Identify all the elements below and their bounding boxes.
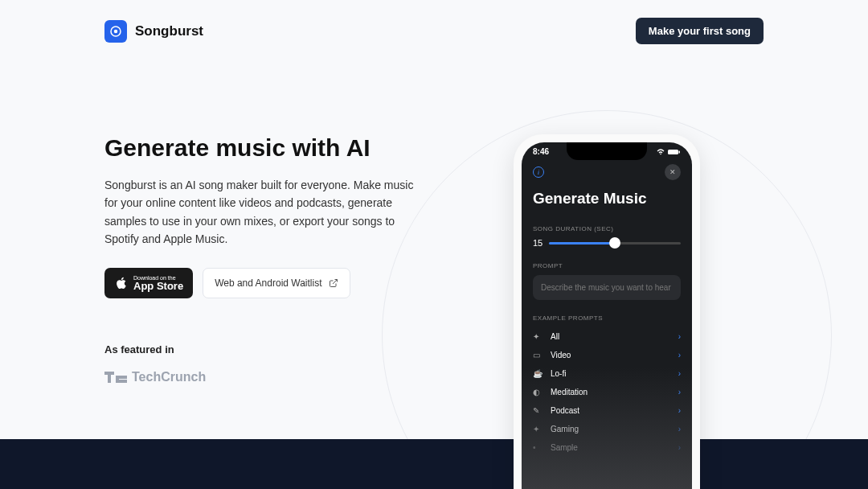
screen-body: i ✕ Generate Music SONG DURATION (SEC) 1… (522, 156, 692, 465)
chevron-right-icon: › (678, 406, 681, 415)
phone-screen: 8:46 i ✕ Generate Music SONG DURATION (S… (522, 142, 692, 489)
duration-label: SONG DURATION (SEC) (533, 225, 681, 232)
screen-title: Generate Music (533, 190, 681, 208)
example-row[interactable]: ✦All › (533, 327, 681, 346)
example-label: Video (551, 351, 571, 360)
video-icon: ▭ (533, 351, 542, 360)
duration-value: 15 (533, 238, 542, 248)
chevron-right-icon: › (678, 443, 681, 452)
prompt-label: PROMPT (533, 262, 681, 269)
example-row[interactable]: ☕Lo-fi › (533, 364, 681, 383)
battery-icon (668, 149, 681, 155)
svg-rect-3 (108, 372, 111, 383)
example-row[interactable]: ◐Meditation › (533, 383, 681, 401)
hero-left: Generate music with AI Songburst is an A… (104, 134, 418, 489)
external-link-icon (329, 278, 338, 288)
prompt-input[interactable]: Describe the music you want to hear (533, 275, 681, 300)
logo-icon (104, 20, 127, 43)
hero-description: Songburst is an AI song maker built for … (104, 176, 418, 249)
svg-rect-6 (116, 380, 127, 383)
example-label: Sample (551, 443, 578, 452)
bottom-bar (0, 439, 868, 489)
lofi-icon: ☕ (533, 369, 542, 378)
example-row[interactable]: ▭Video › (533, 346, 681, 364)
techcrunch-logo: TechCrunch (104, 370, 418, 384)
svg-rect-8 (668, 150, 678, 154)
sparkle-icon: ✦ (533, 332, 542, 341)
chevron-right-icon: › (678, 332, 681, 341)
duration-slider-row: 15 (533, 238, 681, 248)
meditation-icon: ◐ (533, 388, 542, 397)
slider-fill (549, 242, 615, 244)
close-icon[interactable]: ✕ (665, 164, 681, 180)
waitlist-label: Web and Android Waitlist (215, 277, 321, 289)
button-row: Download on the App Store Web and Androi… (104, 268, 418, 298)
wifi-icon (656, 149, 665, 155)
chevron-right-icon: › (678, 351, 681, 360)
examples-label: EXAMPLE PROMPTS (533, 314, 681, 322)
chevron-right-icon: › (678, 425, 681, 434)
svg-rect-9 (679, 150, 681, 153)
podcast-icon: ✎ (533, 406, 542, 415)
featured-label: As featured in (104, 343, 418, 355)
techcrunch-text: TechCrunch (132, 370, 206, 384)
tc-icon (104, 372, 127, 383)
apple-icon (114, 276, 129, 290)
example-row[interactable]: •Sample › (533, 438, 681, 457)
svg-point-7 (660, 153, 661, 154)
make-song-button[interactable]: Make your first song (636, 18, 764, 44)
appstore-button[interactable]: Download on the App Store (104, 268, 193, 298)
example-list: ✦All › ▭Video › ☕Lo-fi › ◐Meditation (533, 327, 681, 457)
info-icon[interactable]: i (533, 166, 544, 178)
status-time: 8:46 (533, 147, 549, 156)
waitlist-button[interactable]: Web and Android Waitlist (203, 268, 350, 298)
status-indicators (656, 147, 681, 156)
example-label: Lo-fi (551, 369, 566, 378)
chevron-right-icon: › (678, 369, 681, 378)
svg-point-1 (114, 29, 118, 33)
phone-mockup: 8:46 i ✕ Generate Music SONG DURATION (S… (514, 134, 700, 489)
sample-icon: • (533, 443, 542, 452)
gaming-icon: ✦ (533, 425, 542, 434)
header: Songburst Make your first song (0, 0, 868, 62)
example-label: All (551, 332, 559, 341)
duration-slider[interactable] (549, 242, 681, 244)
example-label: Meditation (551, 388, 588, 397)
main-content: Generate music with AI Songburst is an A… (0, 62, 868, 489)
example-label: Podcast (551, 406, 579, 415)
appstore-big-text: App Store (133, 281, 183, 291)
screen-top-row: i ✕ (533, 164, 681, 180)
phone-notch (567, 142, 647, 160)
brand-name: Songburst (135, 23, 203, 39)
chevron-right-icon: › (678, 388, 681, 397)
example-row[interactable]: ✎Podcast › (533, 401, 681, 420)
example-row[interactable]: ✦Gaming › (533, 420, 681, 438)
slider-thumb[interactable] (609, 237, 620, 249)
brand-logo[interactable]: Songburst (104, 20, 203, 43)
example-label: Gaming (551, 425, 579, 434)
hero-title: Generate music with AI (104, 134, 418, 162)
hero-right: 8:46 i ✕ Generate Music SONG DURATION (S… (450, 134, 764, 489)
